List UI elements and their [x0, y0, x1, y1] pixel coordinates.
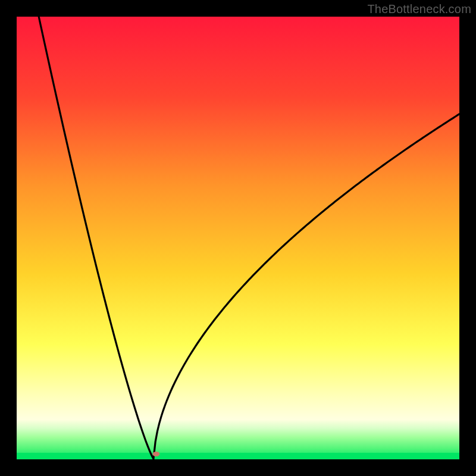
chart-frame: [17, 17, 459, 459]
minimum-marker: [152, 452, 159, 456]
bottom-green-strip: [17, 453, 459, 459]
bottleneck-chart: [17, 17, 459, 459]
watermark-text: TheBottleneck.com: [367, 2, 471, 16]
gradient-background: [17, 17, 459, 459]
